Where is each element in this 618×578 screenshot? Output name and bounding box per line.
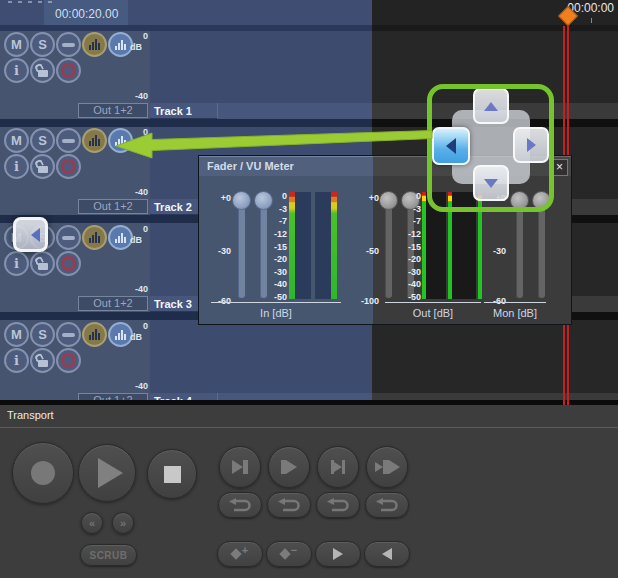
meter-bars-icon bbox=[89, 39, 100, 50]
track-eq-button[interactable] bbox=[82, 225, 107, 250]
scrub-label: SCRUB bbox=[89, 550, 127, 561]
divider bbox=[0, 427, 618, 428]
play-range-button[interactable] bbox=[317, 446, 359, 488]
timeline-ruler[interactable]: 00:00:00 bbox=[372, 0, 618, 25]
fade-button[interactable] bbox=[56, 128, 81, 153]
in-fader-track-right[interactable] bbox=[260, 196, 267, 298]
output-routing-box[interactable]: Out 1+2 bbox=[78, 296, 148, 311]
panel-title: Fader / VU Meter bbox=[207, 160, 294, 172]
record-icon bbox=[31, 461, 55, 485]
db-top-label: 0 bbox=[120, 127, 148, 137]
dash-icon bbox=[62, 333, 75, 337]
in-fader-track-left[interactable] bbox=[238, 196, 245, 298]
loop-icon bbox=[326, 498, 350, 513]
output-routing-box[interactable]: Out 1+2 bbox=[78, 199, 148, 214]
record-arm-button[interactable] bbox=[56, 348, 81, 373]
ruler-tick bbox=[591, 18, 592, 23]
solo-button[interactable]: S bbox=[30, 32, 55, 57]
lock-button[interactable] bbox=[30, 58, 55, 83]
mute-button[interactable]: M bbox=[4, 322, 29, 347]
transport-panel: Transport « » SCRUB + bbox=[0, 405, 618, 578]
lock-button[interactable] bbox=[30, 251, 55, 276]
fast-forward-button[interactable]: » bbox=[112, 512, 134, 534]
track-name-label: Track 1 bbox=[150, 103, 217, 119]
solo-button[interactable]: S bbox=[30, 322, 55, 347]
dash-icon bbox=[62, 43, 75, 47]
track-info-button[interactable]: i bbox=[4, 154, 29, 179]
stop-icon bbox=[164, 466, 181, 483]
in-section-line bbox=[211, 302, 341, 303]
rewind-button[interactable]: « bbox=[81, 512, 103, 534]
solo-label: S bbox=[38, 133, 47, 148]
info-label: i bbox=[14, 159, 19, 174]
info-label: i bbox=[14, 353, 19, 368]
db-top-label: 0 bbox=[120, 31, 148, 41]
track-eq-button[interactable] bbox=[82, 32, 107, 57]
in-meter-bar-left bbox=[295, 192, 311, 299]
fade-button[interactable] bbox=[56, 322, 81, 347]
solo-label: S bbox=[38, 37, 47, 52]
track-eq-button[interactable] bbox=[82, 322, 107, 347]
loop-mode-button-4[interactable] bbox=[365, 492, 409, 518]
in-meter-bar-right bbox=[315, 192, 331, 299]
left-arrow-icon bbox=[31, 228, 40, 242]
play-loop-range-button[interactable] bbox=[366, 446, 408, 488]
db-unit-label: dB bbox=[114, 332, 142, 342]
in-fader-knob-left[interactable] bbox=[232, 191, 251, 210]
loop-mode-button-3[interactable] bbox=[316, 492, 360, 518]
record-button[interactable] bbox=[12, 442, 74, 504]
in-section-label: In [dB] bbox=[211, 307, 341, 319]
dragged-left-arrow-button[interactable] bbox=[13, 217, 48, 252]
track-separator bbox=[0, 119, 372, 127]
play-icon bbox=[334, 462, 342, 472]
previous-marker-button[interactable] bbox=[364, 541, 410, 567]
output-routing-box[interactable]: Out 1+2 bbox=[78, 103, 148, 118]
mute-label: M bbox=[11, 37, 22, 52]
record-arm-button[interactable] bbox=[56, 251, 81, 276]
mute-button[interactable]: M bbox=[4, 128, 29, 153]
out-fader-track-left[interactable] bbox=[385, 196, 392, 298]
fade-button[interactable] bbox=[56, 32, 81, 57]
play-from-start-button[interactable] bbox=[268, 446, 310, 488]
record-arm-button[interactable] bbox=[56, 154, 81, 179]
play-button[interactable] bbox=[78, 444, 136, 502]
next-marker-button[interactable] bbox=[315, 541, 361, 567]
track-eq-button[interactable] bbox=[82, 128, 107, 153]
out-section-label: Out [dB] bbox=[385, 307, 481, 319]
track-info-button[interactable]: i bbox=[4, 251, 29, 276]
lock-button[interactable] bbox=[30, 348, 55, 373]
right-triangle-icon bbox=[333, 548, 343, 560]
record-ring-icon bbox=[61, 353, 76, 368]
db-unit-label: dB bbox=[114, 42, 142, 52]
mute-label: M bbox=[11, 327, 22, 342]
out-meter-scale: 0-3 -7-12 -15-20 -30-40 -50 bbox=[403, 192, 421, 302]
timeline-ruler-selected[interactable]: 00:00:20.00 bbox=[0, 0, 372, 25]
track-name-tab[interactable]: Track 1 bbox=[150, 103, 218, 119]
out-fader-knob-left[interactable] bbox=[379, 191, 398, 210]
bar-icon bbox=[342, 460, 345, 474]
out-section-line bbox=[385, 302, 481, 303]
dash-icon bbox=[62, 139, 75, 143]
lock-button[interactable] bbox=[30, 154, 55, 179]
add-marker-button[interactable]: + bbox=[217, 541, 263, 567]
remove-marker-button[interactable]: − bbox=[266, 541, 312, 567]
solo-button[interactable]: S bbox=[30, 128, 55, 153]
transport-title: Transport bbox=[7, 409, 54, 421]
loop-mode-button-1[interactable] bbox=[218, 492, 262, 518]
scrub-button[interactable]: SCRUB bbox=[80, 544, 137, 566]
play-to-end-button[interactable] bbox=[219, 446, 261, 488]
mute-button[interactable]: M bbox=[4, 32, 29, 57]
play-icon bbox=[98, 458, 123, 488]
stop-button[interactable] bbox=[147, 449, 197, 499]
track-info-button[interactable]: i bbox=[4, 348, 29, 373]
info-label: i bbox=[14, 63, 19, 78]
db-top-label: 0 bbox=[120, 321, 148, 331]
loop-mode-button-2[interactable] bbox=[267, 492, 311, 518]
selection-time-label: 00:00:20.00 bbox=[55, 7, 118, 21]
fade-button[interactable] bbox=[56, 225, 81, 250]
track-info-button[interactable]: i bbox=[4, 58, 29, 83]
meter-bars-icon bbox=[89, 329, 100, 340]
db-bottom-label: -40 bbox=[120, 284, 148, 294]
record-arm-button[interactable] bbox=[56, 58, 81, 83]
minus-sign: − bbox=[291, 544, 297, 556]
